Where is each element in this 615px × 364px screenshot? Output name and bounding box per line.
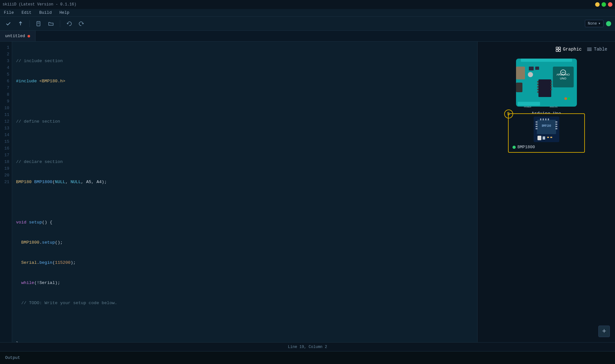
svg-text:UNO: UNO (560, 77, 566, 80)
svg-rect-6 (559, 50, 561, 52)
svg-rect-49 (548, 118, 549, 120)
svg-text:ANALOG: ANALOG (550, 106, 558, 108)
view-toggle: Graphic Table (483, 47, 610, 52)
svg-rect-51 (537, 136, 541, 140)
add-component-button[interactable]: + (598, 326, 610, 337)
tab-name: untitled (5, 34, 25, 38)
toolbar: None ▾ (0, 17, 615, 31)
svg-rect-28 (551, 89, 552, 90)
tab-bar: untitled (0, 31, 615, 42)
svg-rect-26 (551, 84, 552, 85)
table-view-btn[interactable]: Table (587, 47, 607, 52)
svg-rect-20 (537, 81, 538, 83)
undo-button[interactable] (65, 19, 74, 28)
code-line-10: BMP1800.setup(); (16, 239, 477, 246)
minimize-button[interactable] (595, 2, 600, 7)
svg-rect-11 (521, 59, 572, 62)
svg-rect-4 (559, 47, 561, 49)
line-numbers: 1 2 3 4 5 6 7 8 9 10 11 12 13 14 15 16 1 (0, 42, 12, 342)
bmp-status-dot (512, 146, 516, 149)
graphic-label: Graphic (563, 47, 582, 52)
table-label: Table (594, 47, 607, 52)
right-panel: Graphic Table (477, 42, 615, 342)
code-line-4: // define section (16, 118, 477, 125)
svg-rect-39 (536, 124, 537, 125)
svg-rect-43 (555, 124, 557, 125)
svg-rect-40 (536, 126, 537, 127)
svg-rect-48 (545, 118, 546, 120)
toolbar-sep-1 (29, 20, 30, 27)
redo-button[interactable] (77, 19, 86, 28)
code-line-7: BMP180 BMP1800(NULL, NULL, A5, A4); (16, 179, 477, 185)
code-line-12: while(!Serial); (16, 279, 477, 286)
new-button[interactable] (34, 19, 43, 28)
svg-rect-12 (518, 102, 540, 106)
code-line-8 (16, 199, 477, 206)
code-line-6: // declare section (16, 158, 477, 165)
arduino-board-container: ARDUINO UNO (514, 57, 578, 108)
title-bar-title: skiiiD (Latest Version - 0.1.16) (3, 2, 76, 7)
bmp-number: 5 (504, 109, 513, 118)
output-label: Output (5, 355, 20, 360)
tab-untitled[interactable]: untitled (0, 31, 36, 41)
code-editor[interactable]: 1 2 3 4 5 6 7 8 9 10 11 12 13 14 15 16 1 (0, 42, 477, 342)
menu-build[interactable]: Build (38, 10, 53, 16)
code-line-2: #include <BMP180.h> (16, 78, 477, 85)
svg-rect-21 (537, 84, 538, 85)
menu-file[interactable]: File (3, 10, 15, 16)
svg-rect-46 (540, 118, 541, 120)
code-area: 1 2 3 4 5 6 7 8 9 10 11 12 13 14 15 16 1 (0, 42, 477, 342)
code-line-15: } (16, 340, 477, 342)
svg-rect-5 (556, 50, 558, 52)
bmp-label: BMP1800 (511, 145, 582, 150)
svg-point-33 (568, 97, 570, 100)
svg-rect-47 (543, 118, 544, 120)
svg-rect-24 (537, 91, 538, 93)
svg-text:ARDUINO: ARDUINO (556, 73, 570, 76)
svg-rect-23 (537, 89, 538, 90)
title-bar-left: skiiiD (Latest Version - 0.1.16) (3, 2, 76, 7)
code-line-9: void setup() { (16, 219, 477, 226)
svg-text:POWER: POWER (524, 106, 531, 108)
code-content[interactable]: // include section #include <BMP180.h> /… (12, 42, 477, 342)
bmp-name: BMP1800 (518, 145, 535, 150)
svg-text:BMP180: BMP180 (542, 125, 551, 127)
check-button[interactable] (4, 19, 13, 28)
svg-rect-42 (555, 121, 557, 123)
graphic-view-btn[interactable]: Graphic (556, 47, 582, 52)
svg-point-29 (528, 72, 533, 77)
open-button[interactable] (46, 19, 55, 28)
upload-indicator[interactable] (606, 21, 611, 26)
menu-edit[interactable]: Edit (20, 10, 33, 16)
svg-rect-19 (538, 79, 551, 97)
maximize-button[interactable] (602, 2, 606, 7)
menu-help[interactable]: Help (58, 10, 70, 16)
code-line-11: Serial.begin(115200); (16, 259, 477, 266)
svg-rect-13 (516, 67, 525, 79)
svg-rect-44 (555, 126, 557, 127)
title-bar-controls (595, 2, 612, 7)
svg-rect-31 (535, 67, 539, 70)
svg-rect-52 (543, 136, 545, 140)
code-line-14 (16, 320, 477, 327)
menu-bar: File Edit Build Help (0, 9, 615, 17)
svg-rect-14 (516, 83, 522, 92)
svg-rect-41 (536, 128, 537, 129)
toolbar-sep-2 (60, 20, 60, 27)
code-line-3 (16, 98, 477, 105)
svg-point-32 (564, 97, 567, 100)
bmp-container[interactable]: 5 (508, 113, 585, 153)
upload-button[interactable] (16, 19, 25, 28)
content-area: 1 2 3 4 5 6 7 8 9 10 11 12 13 14 15 16 1 (0, 42, 615, 342)
svg-rect-25 (551, 81, 552, 83)
svg-rect-30 (529, 67, 534, 70)
svg-rect-38 (536, 121, 537, 123)
layout-wrapper: 1 2 3 4 5 6 7 8 9 10 11 12 13 14 15 16 1 (0, 42, 615, 364)
tab-modified-dot (28, 35, 30, 37)
title-bar: skiiiD (Latest Version - 0.1.16) (0, 0, 615, 9)
close-button[interactable] (608, 2, 612, 7)
arduino-board-svg: ARDUINO UNO (514, 57, 578, 108)
none-dropdown[interactable]: None ▾ (585, 20, 603, 27)
svg-rect-45 (555, 128, 557, 129)
code-line-5 (16, 138, 477, 145)
